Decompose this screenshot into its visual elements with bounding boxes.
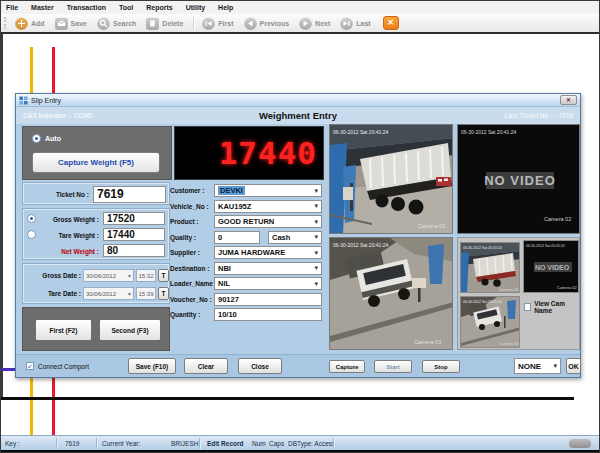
dialog-title-bar[interactable]: Slip Entry — [16, 94, 580, 107]
toolbar-close-button[interactable] — [383, 16, 399, 30]
gross-weight-label: Gross Weight : — [39, 212, 99, 226]
svg-text:Camera 02: Camera 02 — [544, 216, 571, 222]
gross-weight-row: Gross Weight : 17520 — [23, 212, 169, 226]
connect-comport-row: Connect Comport — [26, 362, 89, 370]
desktop-left-edge — [1, 34, 3, 398]
tare-weight-radio[interactable] — [27, 230, 36, 239]
gross-time-field[interactable]: 15:32 — [136, 269, 156, 282]
gross-weight-radio[interactable] — [27, 214, 36, 223]
quantity-field[interactable]: 10/10 — [214, 308, 322, 321]
camera-2-thumbnail[interactable]: NO VIDEO 06-30-2012 Sat 20:41:24 Camera … — [523, 240, 579, 293]
auto-label: Auto — [45, 135, 61, 142]
last-button[interactable]: Last — [336, 15, 376, 31]
destination-combobox[interactable]: NBI — [214, 262, 322, 275]
camera-2-scene: NO VIDEO 06-30-2012 Sat 20:41:24 Camera … — [458, 125, 580, 234]
toolbar-grip[interactable] — [4, 17, 7, 29]
dialog-close-button[interactable] — [560, 95, 577, 105]
product-row: Product : GOOD RETURN — [170, 215, 328, 229]
next-button[interactable]: Next — [295, 15, 336, 31]
connect-comport-label: Connect Comport — [38, 363, 89, 370]
quality-field[interactable]: 0 — [214, 231, 260, 244]
weights-group: Gross Weight : 17520 Tare Weight : 17440… — [22, 208, 170, 260]
clear-button[interactable]: Clear — [184, 358, 228, 374]
dialog-title: Slip Entry — [31, 97, 61, 104]
camera-select-combobox[interactable]: NONE — [514, 358, 561, 374]
save-button[interactable]: Save — [51, 15, 93, 31]
menu-file[interactable]: File — [6, 4, 18, 11]
menu-transaction[interactable]: Transaction — [67, 4, 106, 11]
connect-comport-checkbox[interactable] — [26, 362, 34, 370]
gross-date-picker[interactable]: 30/06/2012 — [83, 269, 134, 282]
last-ticket-label: Last Ticket No : - 7619 — [504, 112, 573, 119]
quantity-row: Quantity : 10/10 — [170, 308, 328, 322]
quality-row: Quality : 0 Cash — [170, 231, 328, 245]
voucher-no-field[interactable]: 90127 — [214, 293, 322, 306]
view-cam-name-row: View Cam Name — [524, 300, 579, 314]
envelope-icon — [55, 17, 68, 30]
product-combobox[interactable]: GOOD RETURN — [214, 215, 322, 228]
camera-1-thumbnail[interactable]: 06-30-2012 Sat 20:41:24 Camera 01 — [460, 242, 520, 293]
view-cam-name-checkbox[interactable] — [524, 303, 531, 311]
menu-utility[interactable]: Utility — [186, 4, 205, 11]
tare-time-t-button[interactable]: T — [158, 287, 169, 300]
first-f2-button[interactable]: First (F2) — [35, 319, 92, 341]
gross-time-t-button[interactable]: T — [158, 269, 169, 282]
status-key-label: Key : — [5, 436, 20, 451]
delete-button[interactable]: Delete — [142, 15, 189, 31]
capture-button[interactable]: Capture — [329, 360, 365, 373]
auto-radio[interactable] — [32, 134, 41, 143]
svg-text:Camera 03: Camera 03 — [414, 339, 441, 345]
menu-help[interactable]: Help — [218, 4, 233, 11]
loader-name-combobox[interactable]: NIL — [214, 277, 322, 290]
net-weight-label: Net Weight : — [39, 244, 99, 258]
svg-text:06-30-2012 Sat 20:41:24: 06-30-2012 Sat 20:41:24 — [463, 246, 502, 250]
svg-text:06-30-2012 Sat 20:41:24: 06-30-2012 Sat 20:41:24 — [333, 129, 389, 135]
status-grip[interactable] — [569, 439, 591, 448]
menu-tool[interactable]: Tool — [119, 4, 133, 11]
app-window: File Master Transaction Tool Reports Uti… — [0, 0, 600, 453]
ticket-no-field[interactable]: 7619 — [93, 186, 166, 203]
net-weight-field[interactable]: 80 — [103, 244, 165, 257]
capture-weight-button[interactable]: Capture Weight (F5) — [32, 152, 160, 173]
ok-button[interactable]: OK — [566, 358, 581, 374]
customer-combobox[interactable]: DEVKI — [214, 184, 322, 197]
camera-3-thumb-scene: 06-30-2012 Sat 20:41:24 Camera 03 — [461, 297, 520, 348]
close-button[interactable]: Close — [238, 358, 282, 374]
tare-time-field[interactable]: 15:39 — [136, 287, 156, 300]
auto-radio-row: Auto — [32, 134, 61, 143]
status-separator — [56, 438, 57, 449]
start-button[interactable]: Start — [374, 360, 412, 373]
camera-3-thumbnail[interactable]: 06-30-2012 Sat 20:41:24 Camera 03 — [460, 296, 520, 348]
menu-master[interactable]: Master — [31, 4, 54, 11]
first-button[interactable]: First — [198, 15, 239, 31]
status-caps: Caps — [269, 436, 284, 451]
vehicle-no-label: Vehicle_No : — [170, 200, 209, 213]
destination-label: Destination : — [170, 262, 209, 275]
svg-text:NO VIDEO: NO VIDEO — [535, 264, 570, 271]
status-dbtype: DBType: Access — [288, 436, 335, 451]
vehicle-no-combobox[interactable]: KAU195Z — [214, 200, 322, 213]
search-button[interactable]: Search — [93, 15, 142, 31]
add-button[interactable]: Add — [11, 15, 51, 31]
camera-3-view: 06-30-2012 Sat 20:41:24 Camera 03 — [329, 237, 453, 350]
weighment-buttons-panel: First (F2) Second (F3) — [22, 307, 170, 351]
tare-weight-field[interactable]: 17440 — [103, 228, 165, 241]
menu-reports[interactable]: Reports — [146, 4, 172, 11]
dates-group: Gross Date : 30/06/2012 15:32 T Tare Dat… — [22, 263, 170, 304]
tare-date-picker[interactable]: 30/06/2012 — [83, 287, 134, 300]
supplier-label: Supplier : — [170, 246, 200, 259]
previous-button[interactable]: Previous — [240, 15, 296, 31]
dialog-header: CAS Indicator :- COM1 Weighment Entry La… — [16, 107, 580, 124]
second-f3-button[interactable]: Second (F3) — [99, 319, 161, 341]
svg-text:Camera 01: Camera 01 — [418, 223, 445, 229]
gross-weight-field[interactable]: 17520 — [103, 212, 165, 225]
ticket-group: Ticket No : 7619 — [22, 182, 170, 205]
view-cam-name-label: View Cam Name — [534, 300, 579, 314]
supplier-combobox[interactable]: JUMA HARDWARE — [214, 246, 322, 259]
save-f10-button[interactable]: Save (F10) — [128, 358, 176, 374]
camera-2-thumb-scene: NO VIDEO 06-30-2012 Sat 20:41:24 Camera … — [524, 241, 579, 293]
quality-label: Quality : — [170, 231, 196, 244]
pay-mode-combobox[interactable]: Cash — [268, 231, 322, 244]
stop-button[interactable]: Stop — [422, 360, 460, 373]
svg-text:Camera 02: Camera 02 — [557, 285, 578, 290]
